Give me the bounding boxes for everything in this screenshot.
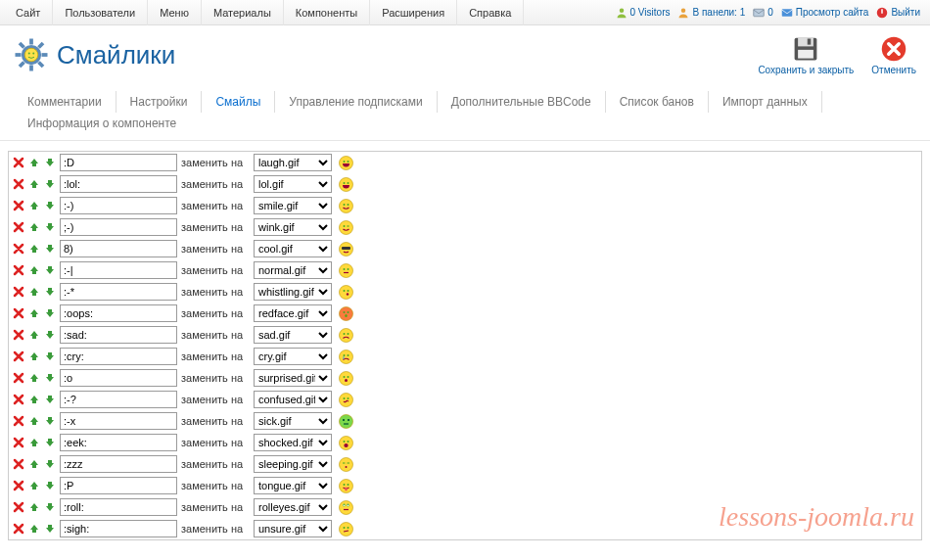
move-down-icon[interactable] xyxy=(44,501,56,513)
delete-icon[interactable] xyxy=(13,501,24,513)
move-up-icon[interactable] xyxy=(28,221,40,233)
smiley-code-input[interactable] xyxy=(60,455,177,473)
delete-icon[interactable] xyxy=(13,178,24,190)
move-down-icon[interactable] xyxy=(44,221,56,233)
smiley-code-input[interactable] xyxy=(60,326,177,344)
top-menu-меню[interactable]: Меню xyxy=(148,0,202,25)
smiley-file-select[interactable]: sleeping.gif xyxy=(254,455,332,473)
preview-site-link[interactable]: Просмотр сайта xyxy=(781,7,869,19)
move-up-icon[interactable] xyxy=(28,501,40,513)
move-down-icon[interactable] xyxy=(44,523,56,535)
delete-icon[interactable] xyxy=(13,437,24,448)
smiley-code-input[interactable] xyxy=(60,477,177,494)
smiley-code-input[interactable] xyxy=(60,520,177,537)
delete-icon[interactable] xyxy=(13,157,24,168)
move-down-icon[interactable] xyxy=(44,350,56,362)
move-down-icon[interactable] xyxy=(44,307,56,319)
move-up-icon[interactable] xyxy=(28,372,40,384)
move-up-icon[interactable] xyxy=(28,329,40,341)
visitors-indicator[interactable]: 0 Visitors xyxy=(616,7,671,19)
smiley-file-select[interactable]: lol.gif xyxy=(254,175,332,193)
delete-icon[interactable] xyxy=(13,200,24,211)
smiley-code-input[interactable] xyxy=(60,197,177,214)
panel-indicator[interactable]: В панели: 1 xyxy=(677,7,745,19)
tab-2[interactable]: Смайлы xyxy=(202,91,275,113)
logout-link[interactable]: Выйти xyxy=(876,7,920,19)
move-down-icon[interactable] xyxy=(44,264,56,276)
smiley-code-input[interactable] xyxy=(60,304,177,322)
cancel-button[interactable]: Отменить xyxy=(871,35,916,75)
smiley-code-input[interactable] xyxy=(60,261,177,279)
delete-icon[interactable] xyxy=(13,350,24,362)
move-up-icon[interactable] xyxy=(28,350,40,362)
smiley-file-select[interactable]: laugh.gif xyxy=(254,154,332,171)
smiley-file-select[interactable]: redface.gif xyxy=(254,304,332,322)
smiley-file-select[interactable]: sick.gif xyxy=(254,412,332,430)
delete-icon[interactable] xyxy=(13,221,24,233)
smiley-file-select[interactable]: normal.gif xyxy=(254,261,332,279)
smiley-code-input[interactable] xyxy=(60,412,177,430)
move-up-icon[interactable] xyxy=(28,307,40,319)
move-down-icon[interactable] xyxy=(44,437,56,448)
delete-icon[interactable] xyxy=(13,329,24,341)
move-up-icon[interactable] xyxy=(28,458,40,470)
delete-icon[interactable] xyxy=(13,480,24,491)
move-down-icon[interactable] xyxy=(44,286,56,298)
move-down-icon[interactable] xyxy=(44,415,56,427)
smiley-file-select[interactable]: tongue.gif xyxy=(254,477,332,494)
move-down-icon[interactable] xyxy=(44,480,56,491)
move-down-icon[interactable] xyxy=(44,157,56,168)
move-down-icon[interactable] xyxy=(44,200,56,211)
smiley-code-input[interactable] xyxy=(60,348,177,365)
move-up-icon[interactable] xyxy=(28,394,40,405)
move-down-icon[interactable] xyxy=(44,178,56,190)
smiley-code-input[interactable] xyxy=(60,434,177,451)
move-up-icon[interactable] xyxy=(28,480,40,491)
delete-icon[interactable] xyxy=(13,372,24,384)
smiley-code-input[interactable] xyxy=(60,240,177,257)
smiley-file-select[interactable]: rolleyes.gif xyxy=(254,498,332,516)
smiley-file-select[interactable]: surprised.gif xyxy=(254,369,332,387)
top-menu-материалы[interactable]: Материалы xyxy=(202,0,284,25)
top-menu-расширения[interactable]: Расширения xyxy=(370,0,457,25)
move-up-icon[interactable] xyxy=(28,264,40,276)
move-up-icon[interactable] xyxy=(28,415,40,427)
top-menu-сайт[interactable]: Сайт xyxy=(4,0,53,25)
smiley-code-input[interactable] xyxy=(60,154,177,171)
move-up-icon[interactable] xyxy=(28,437,40,448)
smiley-file-select[interactable]: confused.gif xyxy=(254,391,332,408)
move-down-icon[interactable] xyxy=(44,243,56,255)
smiley-code-input[interactable] xyxy=(60,283,177,301)
top-menu-справка[interactable]: Справка xyxy=(457,0,524,25)
delete-icon[interactable] xyxy=(13,286,24,298)
delete-icon[interactable] xyxy=(13,458,24,470)
top-menu-пользователи[interactable]: Пользователи xyxy=(53,0,148,25)
save-and-close-button[interactable]: Сохранить и закрыть xyxy=(758,35,854,75)
move-up-icon[interactable] xyxy=(28,286,40,298)
tab-1[interactable]: Настройки xyxy=(116,91,203,113)
move-down-icon[interactable] xyxy=(44,394,56,405)
tab-3[interactable]: Управление подписками xyxy=(275,91,437,113)
smiley-file-select[interactable]: wink.gif xyxy=(254,218,332,236)
delete-icon[interactable] xyxy=(13,394,24,405)
move-up-icon[interactable] xyxy=(28,243,40,255)
smiley-code-input[interactable] xyxy=(60,175,177,193)
delete-icon[interactable] xyxy=(13,415,24,427)
smiley-file-select[interactable]: shocked.gif xyxy=(254,434,332,451)
move-down-icon[interactable] xyxy=(44,329,56,341)
delete-icon[interactable] xyxy=(13,307,24,319)
smiley-code-input[interactable] xyxy=(60,391,177,408)
messages-indicator[interactable]: 0 xyxy=(753,7,773,19)
smiley-file-select[interactable]: whistling.gif xyxy=(254,283,332,301)
smiley-file-select[interactable]: sad.gif xyxy=(254,326,332,344)
delete-icon[interactable] xyxy=(13,523,24,535)
move-up-icon[interactable] xyxy=(28,200,40,211)
smiley-code-input[interactable] xyxy=(60,218,177,236)
tab-4[interactable]: Дополнительные BBCode xyxy=(438,91,606,113)
move-up-icon[interactable] xyxy=(28,178,40,190)
smiley-code-input[interactable] xyxy=(60,369,177,387)
move-up-icon[interactable] xyxy=(28,157,40,168)
top-menu-компоненты[interactable]: Компоненты xyxy=(284,0,370,25)
delete-icon[interactable] xyxy=(13,243,24,255)
delete-icon[interactable] xyxy=(13,264,24,276)
